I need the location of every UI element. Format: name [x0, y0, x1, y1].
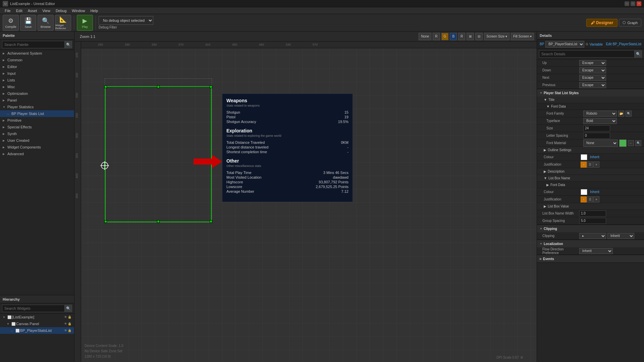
compile-button[interactable]: ⚙ Compile	[3, 15, 19, 31]
typeface-dropdown[interactable]: Bold	[583, 118, 617, 124]
resize-handle-tc[interactable]	[157, 85, 160, 88]
menu-window[interactable]: Window	[69, 7, 88, 14]
widget-inner-frame[interactable]	[105, 86, 212, 222]
palette-item-panel[interactable]: ▶ Panel	[0, 97, 74, 104]
localization-group-header[interactable]: ▼ Localization	[537, 240, 644, 247]
menu-asset[interactable]: Asset	[25, 7, 40, 14]
list-box-name-width-input[interactable]	[579, 210, 606, 217]
hierarchy-search-button[interactable]: 🔍	[65, 305, 72, 312]
group-spacing-input[interactable]	[579, 218, 606, 224]
palette-item-editor[interactable]: ▶ Editor	[0, 63, 74, 70]
edit-bp-link[interactable]: Edit BP_PlayerStatsList	[606, 42, 641, 46]
justify-center-btn[interactable]: ☰	[587, 162, 593, 168]
hierarchy-item-bp-playerstatlist[interactable]: — ⬜ BP_PlayerStatsList 👁 🔒	[0, 327, 74, 334]
nav-next-dropdown[interactable]: Escape	[579, 75, 606, 81]
palette-item-lists[interactable]: ▶ Lists	[0, 77, 74, 83]
letter-spacing-input[interactable]	[583, 133, 610, 139]
font-family-dropdown[interactable]: Roboto	[583, 111, 617, 117]
justify-right-btn[interactable]: ≡	[593, 162, 599, 168]
clipping-inherit-dropdown[interactable]: Inherit	[607, 233, 634, 239]
events-group-header[interactable]: ▶ Events	[537, 255, 644, 262]
fit-btn[interactable]: ⊟	[475, 33, 483, 40]
font-material-dropdown[interactable]: None	[583, 139, 618, 147]
font-size-input[interactable]	[583, 125, 610, 131]
list-box-inherit-link[interactable]: Inherit	[590, 190, 599, 194]
resize-handle-bl[interactable]	[104, 220, 107, 223]
nav-up-dropdown[interactable]: Escape	[579, 60, 606, 66]
font-search-btn[interactable]: 🔍	[626, 111, 632, 117]
player-stat-styles-header[interactable]: ▼ Player Stat List Styles	[537, 89, 644, 97]
colour-inherit-link[interactable]: Inherit	[590, 155, 599, 159]
flow-direction-dropdown[interactable]: Inherit	[579, 248, 613, 254]
palette-item-bp-player-stats[interactable]: — BP Player Stats List	[0, 110, 74, 117]
outline-settings-header[interactable]: ▶ Outline Settings	[537, 147, 644, 154]
nav-down-dropdown[interactable]: Escape	[579, 67, 606, 73]
debug-object-dropdown[interactable]: No debug object selected	[99, 16, 153, 25]
menu-help[interactable]: Help	[88, 7, 101, 14]
maximize-btn[interactable]: □	[631, 1, 635, 6]
resize-handle-tl[interactable]	[104, 85, 107, 88]
palette-item-special-effects[interactable]: ▶ Special Effects	[0, 124, 74, 130]
details-search-button[interactable]: 🔍	[635, 50, 642, 58]
list-box-value-header[interactable]: ▶ List Box Value	[537, 203, 644, 210]
hierarchy-item-listexample[interactable]: ▼ ⬜ [ListExample] 👁 🔒	[0, 314, 74, 320]
palette-item-primitive[interactable]: ▶ Primitive	[0, 117, 74, 124]
palette-item-optimization[interactable]: ▶ Optimization	[0, 90, 74, 97]
designer-button[interactable]: 🖌 Designer	[586, 19, 618, 27]
palette-item-advanced[interactable]: ▶ Advanced	[0, 150, 74, 157]
title-sub-header[interactable]: ▼ Title	[537, 97, 644, 103]
palette-item-achievement[interactable]: ▶ Achievement System	[0, 50, 74, 57]
colour-swatch[interactable]	[581, 154, 587, 160]
canvas-viewport[interactable]: 250 290 330 370 410 450 490 530 570 100 …	[74, 42, 537, 362]
lb-justify-right-btn[interactable]: ≡	[593, 196, 599, 202]
resize-handle-br[interactable]	[210, 220, 212, 223]
palette-item-synth[interactable]: ▶ Synth	[0, 130, 74, 137]
hierarchy-item-canvas-panel[interactable]: ▼ ⬜ Canvas Panel 👁 🔒	[0, 320, 74, 327]
clipping-dropdown[interactable]: ▸	[579, 233, 606, 239]
list-box-font-data-header[interactable]: ▶ Font Data	[537, 182, 644, 188]
settings-icon[interactable]: ⚙	[520, 356, 523, 359]
none-btn[interactable]: None	[419, 33, 431, 40]
menu-view[interactable]: View	[40, 7, 53, 14]
menu-debug[interactable]: Debug	[53, 7, 69, 14]
screen-size-dropdown[interactable]: Screen Size ▾	[484, 33, 509, 40]
r-icon-btn[interactable]: R	[458, 33, 465, 40]
play-button[interactable]: ▶ Play	[77, 15, 93, 31]
minimize-btn[interactable]: —	[625, 1, 629, 6]
material-search-btn[interactable]: 🔍	[635, 140, 641, 146]
details-search-input[interactable]	[539, 50, 635, 58]
palette-item-input[interactable]: ▶ Input	[0, 70, 74, 77]
lb-justify-left-btn[interactable]: ≡	[581, 196, 587, 202]
palette-search-button[interactable]: 🔍	[65, 41, 72, 48]
g-icon-btn[interactable]: G	[441, 33, 449, 40]
b-icon-btn[interactable]: B	[450, 33, 457, 40]
description-header[interactable]: ▶ Description	[537, 168, 644, 175]
palette-item-widget-components[interactable]: ▶ Widget Components	[0, 144, 74, 150]
graph-button[interactable]: ⬡ Graph	[619, 19, 641, 26]
clipping-group-header[interactable]: ▼ Clipping	[537, 225, 644, 232]
menu-edit[interactable]: Edit	[13, 7, 25, 14]
browse-button[interactable]: 🔍 Browse	[38, 15, 54, 31]
close-btn[interactable]: ✕	[637, 1, 641, 6]
menu-file[interactable]: File	[2, 7, 13, 14]
hierarchy-header[interactable]: Hierarchy	[0, 295, 74, 303]
lb-justify-center-btn[interactable]: ☰	[587, 196, 593, 202]
hierarchy-search-input[interactable]	[2, 305, 65, 312]
widget-reflector-button[interactable]: 📐 Widget Reflector	[55, 15, 71, 31]
palette-item-user-created[interactable]: ▶ User Created	[0, 137, 74, 144]
save-button[interactable]: 💾 Save	[20, 15, 36, 31]
font-browse-btn[interactable]: 📂	[618, 111, 624, 117]
list-box-colour-swatch[interactable]	[581, 189, 587, 195]
resize-handle-bc[interactable]	[157, 220, 160, 223]
rb-icon-btn[interactable]: R	[433, 33, 440, 40]
breadcrumb-dropdown[interactable]: BP_PlayerStatsList	[545, 41, 584, 48]
nav-previous-dropdown[interactable]: Escape	[579, 82, 606, 88]
palette-item-misc[interactable]: ▶ Misc	[0, 83, 74, 90]
fill-screen-dropdown[interactable]: Fill Screen ▾	[511, 33, 534, 40]
font-data-header[interactable]: ▼ Font Data	[537, 103, 644, 110]
variable-label[interactable]: Variable	[590, 42, 603, 46]
list-box-name-header[interactable]: ▼ List Box Name	[537, 175, 644, 182]
justify-left-btn[interactable]: ≡	[581, 162, 587, 168]
material-browse-btn[interactable]: ←	[628, 140, 634, 146]
expand-btn[interactable]: ⊞	[467, 33, 474, 40]
